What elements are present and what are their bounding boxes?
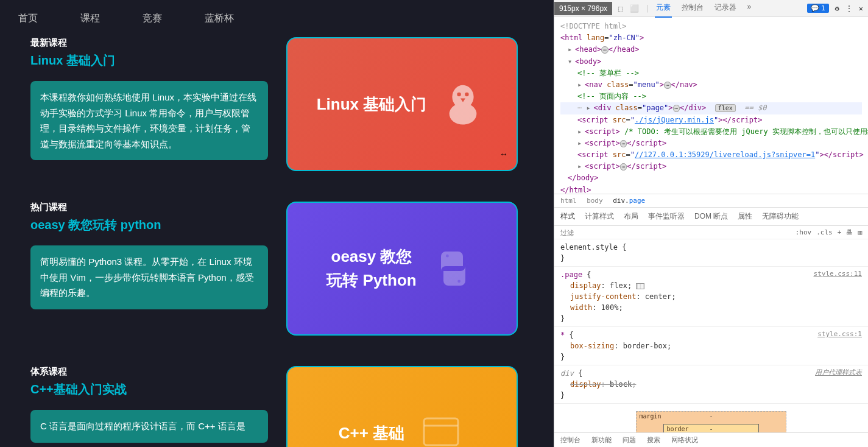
nav-home[interactable]: 首页 [18,12,38,25]
course-card-python[interactable]: oeasy 教您 玩转 Python [286,202,518,336]
close-icon[interactable]: ✕ [859,4,863,13]
add-rule-icon[interactable]: + [838,228,842,236]
inspect-icon[interactable]: ⬚ [618,4,623,13]
hov-toggle[interactable]: :hov [796,228,812,236]
course-description: C 语言是面向过程的程序设计语言，而 C++ 语言是 [30,410,268,443]
dom-breadcrumb[interactable]: html body div.page [554,194,868,208]
styles-pane[interactable]: element.style { } style.css:11 .page { d… [554,239,868,432]
gear-icon[interactable]: ⚙ [835,4,839,13]
tab-elements[interactable]: 元素 [655,0,672,18]
svg-point-2 [457,93,461,96]
tux-icon [439,80,487,128]
svg-point-5 [457,280,460,283]
devtools-toolbar: 915px × 796px ⬚ ⬜ | 元素 控制台 记录器 » 💬 1 ⚙ ⋮… [554,0,868,17]
svg-rect-6 [424,418,458,445]
page-content: 最新课程 Linux 基础入门 本课程教你如何熟练地使用 Linux，本实验中通… [0,37,554,447]
section-label: 体系课程 [30,366,268,378]
styles-filter-input[interactable] [560,229,791,236]
course-section-linux: 最新课程 Linux 基础入门 本课程教你如何熟练地使用 Linux，本实验中通… [30,37,523,171]
svg-point-3 [465,93,468,96]
rule-ua-label: 用户代理样式表 [815,368,862,378]
rule-source-link[interactable]: style.css:11 [814,269,862,280]
kebab-icon[interactable]: ⋮ [845,4,853,13]
devtools-panel: 915px × 796px ⬚ ⬜ | 元素 控制台 记录器 » 💬 1 ⚙ ⋮… [554,0,868,447]
rule-element-style[interactable]: element.style { } [554,239,868,267]
resize-cursor-icon: ↔ [499,149,508,159]
styles-subtabs: 样式 计算样式 布局 事件监听器 DOM 断点 属性 无障碍功能 [554,208,868,226]
window-icon [417,409,465,447]
drawer-tabs: 控制台 新功能 问题 搜索 网络状况 [554,432,868,447]
course-description: 简明易懂的 Python3 课程。从零开始，在 Linux 环境中使用 Vim，… [30,245,268,309]
course-section-cpp: 体系课程 C++基础入门实战 C 语言是面向过程的程序设计语言，而 C++ 语言… [30,366,523,447]
subtab-styles[interactable]: 样式 [560,211,575,222]
subtab-events[interactable]: 事件监听器 [648,211,685,222]
breadcrumb-current[interactable]: div.page [613,197,651,205]
nav-menu: 首页 课程 竞赛 蓝桥杯 [0,0,554,37]
breadcrumb-body[interactable]: body [587,197,603,205]
tab-recorder[interactable]: 记录器 [713,0,738,18]
nav-contest[interactable]: 竞赛 [143,12,162,25]
dom-doctype: <!DOCTYPE html> [560,21,862,32]
drawer-tab-console[interactable]: 控制台 [560,435,580,445]
page-viewport: 首页 课程 竞赛 蓝桥杯 最新课程 Linux 基础入门 本课程教你如何熟练地使… [0,0,554,447]
rule-div-ua[interactable]: 用户代理样式表 div { display: block; } [554,365,868,404]
svg-point-4 [446,255,449,258]
subtab-a11y[interactable]: 无障碍功能 [762,211,799,222]
drawer-tab-search[interactable]: 搜索 [647,435,660,445]
card-title: C++ 基础 [339,421,404,445]
course-description: 本课程教你如何熟练地使用 Linux，本实验中通过在线动手实验的方式学习 Lin… [30,81,268,160]
course-title: C++基础入门实战 [30,381,268,398]
section-label: 最新课程 [30,37,268,49]
course-title: Linux 基础入门 [30,52,268,69]
nav-courses[interactable]: 课程 [80,12,100,25]
device-toolbar-icon[interactable]: ⬜ [630,4,639,13]
flex-editor-icon[interactable] [636,283,644,289]
rule-star[interactable]: style.css:1 * { box-sizing: border-box; … [554,327,868,365]
tab-console[interactable]: 控制台 [680,0,705,18]
section-label: 热门课程 [30,202,268,213]
rule-page[interactable]: style.css:11 .page { display: flex; just… [554,267,868,327]
rule-source-link[interactable]: style.css:1 [817,329,862,340]
drawer-tab-network[interactable]: 网络状况 [671,435,698,445]
dom-selected-node[interactable]: ⋯ ▸<div class="page">⋯</div> flex == $0 [560,102,862,114]
course-card-linux[interactable]: Linux 基础入门 [286,37,518,171]
subtab-props[interactable]: 属性 [738,211,752,222]
box-model-diagram[interactable]: margin - border - padding - 934×824.672 [554,404,868,432]
course-card-cpp[interactable]: C++ 基础 [286,366,518,447]
dom-tree[interactable]: <!DOCTYPE html> <html lang="zh-CN"> ▸<he… [554,17,868,194]
issues-badge[interactable]: 💬 1 [807,4,829,13]
course-title: oeasy 教您玩转 python [30,217,268,233]
cls-toggle[interactable]: .cls [816,228,833,236]
python-icon [429,244,478,293]
nav-lanqiao[interactable]: 蓝桥杯 [205,12,234,25]
svg-point-1 [450,103,477,124]
course-section-python: 热门课程 oeasy 教您玩转 python 简明易懂的 Python3 课程。… [30,202,523,336]
card-title: oeasy 教您 玩转 Python [326,245,416,292]
breadcrumb-html[interactable]: html [560,197,577,205]
computed-toggle-icon[interactable]: ▥ [858,228,862,236]
print-icon[interactable]: 🖶 [846,228,853,236]
viewport-dimensions-badge: 915px × 796px [554,2,612,15]
drawer-tab-whatsnew[interactable]: 新功能 [591,435,612,445]
card-title: Linux 基础入门 [317,93,427,116]
drawer-tab-issues[interactable]: 问题 [623,435,636,445]
styles-filter-row: :hov .cls + 🖶 ▥ [554,226,868,239]
subtab-computed[interactable]: 计算样式 [585,211,614,222]
subtab-dombreak[interactable]: DOM 断点 [694,211,728,222]
tab-more[interactable]: » [746,0,753,18]
subtab-layout[interactable]: 布局 [624,211,638,222]
